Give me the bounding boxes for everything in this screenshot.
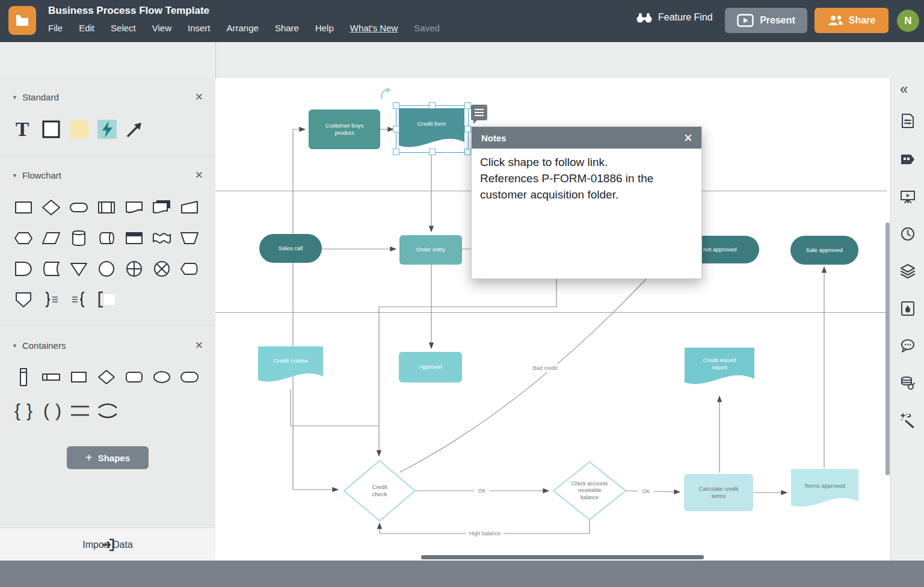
shape-document[interactable]: [124, 197, 144, 218]
node-customer-buys-product[interactable]: Customer buys product: [309, 109, 380, 149]
shape-rectangle[interactable]: [41, 119, 61, 140]
shape-terminator[interactable]: [69, 197, 89, 218]
selection-handle[interactable]: [464, 126, 471, 132]
menu-view[interactable]: View: [152, 23, 171, 33]
shape-annotation-right[interactable]: [41, 289, 61, 310]
shape-or[interactable]: [124, 259, 144, 279]
shape-preparation[interactable]: [13, 228, 34, 248]
add-shapes-button[interactable]: + Shapes: [67, 446, 149, 469]
slides-icon[interactable]: [900, 189, 916, 204]
shape-summing-junction[interactable]: [152, 259, 172, 279]
container-ellipse[interactable]: [152, 367, 172, 387]
document-icon[interactable]: [8, 6, 36, 35]
shape-text[interactable]: T: [13, 118, 31, 141]
section-flowchart-header[interactable]: ▼ Flowchart ✕: [12, 169, 203, 182]
comments-icon[interactable]: [900, 338, 916, 354]
close-icon[interactable]: ✕: [683, 131, 693, 145]
section-standard-header[interactable]: ▼ Standard ✕: [12, 91, 203, 103]
magic-wand-icon[interactable]: [900, 413, 916, 428]
menu-help[interactable]: Help: [315, 23, 334, 33]
menu-file[interactable]: File: [48, 23, 63, 33]
close-icon[interactable]: ✕: [195, 169, 203, 182]
menu-arrange[interactable]: Arrange: [227, 23, 259, 33]
shape-annotation-left[interactable]: [69, 289, 89, 310]
node-sale-approved[interactable]: Sale approved: [790, 236, 858, 265]
shape-manual-operation[interactable]: [179, 228, 200, 248]
node-check-accounts-shape[interactable]: [553, 462, 626, 520]
rotate-handle-icon[interactable]: [379, 87, 395, 102]
node-terms-approved-shape[interactable]: [791, 469, 858, 506]
present-button[interactable]: Present: [725, 8, 807, 33]
selection-handle[interactable]: [429, 102, 436, 109]
container-pill[interactable]: [179, 367, 200, 387]
horizontal-scrollbar[interactable]: [421, 555, 704, 559]
container-rounded-rectangle[interactable]: [124, 367, 144, 387]
theme-icon[interactable]: [900, 301, 916, 316]
menu-whats-new[interactable]: What's New: [350, 23, 398, 33]
shape-display[interactable]: [179, 259, 200, 279]
user-avatar[interactable]: N: [897, 10, 919, 32]
container-horizontal-lines[interactable]: [69, 400, 91, 422]
selection-handle[interactable]: [393, 126, 399, 132]
node-order-entry[interactable]: Order entry: [399, 235, 462, 265]
data-linking-icon[interactable]: [900, 375, 916, 391]
container-diamond[interactable]: [96, 367, 117, 387]
shape-decision[interactable]: [41, 197, 61, 218]
menu-insert[interactable]: Insert: [188, 23, 211, 33]
selection-handle[interactable]: [393, 102, 399, 109]
shape-paper-tape[interactable]: [152, 228, 172, 248]
menu-edit[interactable]: Edit: [79, 23, 94, 33]
node-credit-criteria-shape[interactable]: [258, 346, 323, 382]
shape-off-page-connector[interactable]: [13, 289, 34, 310]
layers-icon[interactable]: [900, 263, 916, 279]
selection-handle[interactable]: [464, 149, 471, 155]
shape-direct-access-storage[interactable]: [96, 228, 117, 248]
shape-stored-data[interactable]: [41, 259, 61, 279]
selection-handle[interactable]: [464, 102, 471, 109]
section-containers-header[interactable]: ▼ Containers ✕: [12, 339, 203, 352]
import-data-button[interactable]: Import Data: [0, 527, 215, 561]
menu-share[interactable]: Share: [275, 23, 299, 33]
container-curved-brackets[interactable]: [96, 400, 119, 422]
selection-handle[interactable]: [393, 149, 399, 155]
share-button[interactable]: Share: [815, 8, 889, 33]
shape-sticky-note[interactable]: [69, 119, 90, 140]
shape-arrow[interactable]: [125, 119, 145, 140]
history-icon[interactable]: [900, 226, 916, 242]
vertical-scrollbar[interactable]: [886, 223, 890, 475]
node-credit-issued-report-shape[interactable]: [685, 348, 754, 384]
document-title[interactable]: Business Process Flow Template: [48, 5, 209, 17]
shape-predefined-process[interactable]: [96, 197, 117, 218]
notes-popup-body[interactable]: Click shape to follow link. References P…: [472, 149, 701, 209]
shape-process[interactable]: [13, 197, 34, 218]
shape-manual-input[interactable]: [179, 197, 200, 218]
shape-internal-storage[interactable]: [124, 228, 144, 248]
connector-loop-to-customer[interactable]: [293, 129, 305, 490]
shape-data-panel-icon[interactable]: [900, 152, 916, 167]
container-horizontal[interactable]: [41, 367, 61, 387]
shape-connector[interactable]: [96, 259, 117, 279]
container-braces[interactable]: {}: [13, 400, 36, 422]
shape-merge[interactable]: [69, 259, 89, 279]
container-parentheses[interactable]: (): [41, 400, 64, 422]
shape-database[interactable]: [69, 228, 89, 248]
node-approval[interactable]: Approval: [399, 352, 462, 383]
container-vertical[interactable]: [13, 367, 34, 387]
node-calculate-credit-terms[interactable]: Calculate credit terms: [684, 474, 753, 511]
container-rectangle[interactable]: [69, 367, 89, 387]
close-icon[interactable]: ✕: [195, 339, 203, 352]
collapse-panel-icon[interactable]: «: [900, 81, 908, 97]
node-sales-call[interactable]: Sales call: [259, 234, 322, 263]
connector-credit-criteria[interactable]: [291, 389, 379, 426]
shape-note-bracket[interactable]: [96, 289, 117, 310]
page-settings-icon[interactable]: [900, 113, 916, 129]
note-indicator-icon[interactable]: [471, 105, 487, 120]
selection-handle[interactable]: [429, 149, 436, 155]
feature-find-button[interactable]: Feature Find: [636, 12, 713, 23]
shape-data[interactable]: [41, 228, 61, 248]
shape-delay[interactable]: [13, 259, 34, 279]
notes-popup-header[interactable]: Notes ✕: [472, 127, 701, 149]
menu-select[interactable]: Select: [111, 23, 136, 33]
diagram-canvas[interactable]: OK OK Bad credit High balance Customer b…: [215, 78, 890, 561]
shape-hotspot[interactable]: [97, 119, 117, 140]
